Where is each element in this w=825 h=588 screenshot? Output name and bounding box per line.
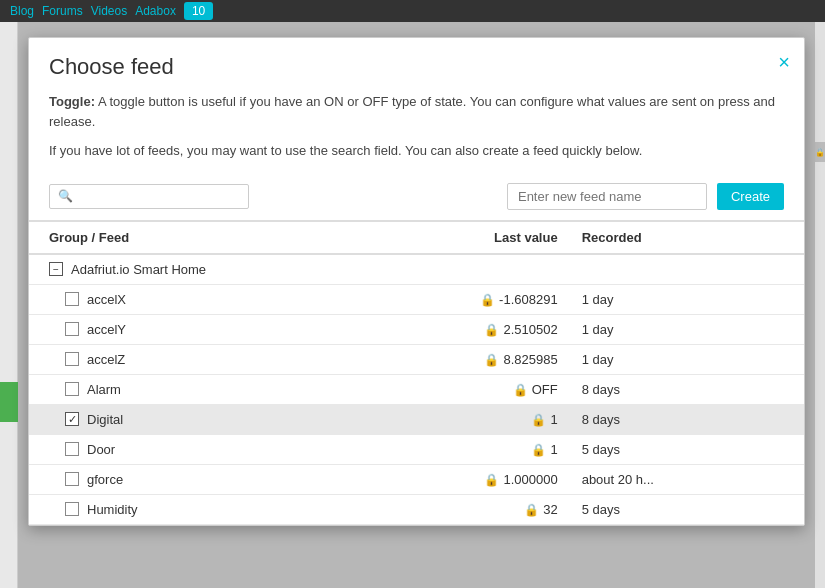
search-icon: 🔍 — [58, 189, 73, 203]
search-input[interactable] — [77, 189, 245, 204]
feed-table-header: Group / Feed Last value Recorded — [29, 221, 804, 254]
feed-name: accelZ — [87, 352, 125, 367]
lock-icon: 🔒 — [531, 413, 546, 427]
feed-last-value: 🔒1 — [322, 404, 569, 434]
feed-name: Alarm — [87, 382, 121, 397]
feed-checkbox[interactable] — [65, 412, 79, 426]
col-header-recorded: Recorded — [570, 221, 804, 254]
right-sidebar: 🔒 — [815, 22, 825, 588]
feed-checkbox[interactable] — [65, 382, 79, 396]
search-create-row: 🔍 Create — [29, 183, 804, 220]
feed-checkbox[interactable] — [65, 472, 79, 486]
group-expand-icon[interactable]: − — [49, 262, 63, 276]
nav-forums[interactable]: Forums — [42, 4, 83, 18]
nav-videos[interactable]: Videos — [91, 4, 127, 18]
table-row[interactable]: accelZ 🔒8.825985 1 day — [29, 344, 804, 374]
lock-icon: 🔒 — [484, 323, 499, 337]
feed-last-value: 🔒1 — [322, 434, 569, 464]
search-box[interactable]: 🔍 — [49, 184, 249, 209]
feed-last-value: 🔒8.825985 — [322, 344, 569, 374]
nav-bar: Blog Forums Videos Adabox 10 — [0, 0, 825, 22]
modal-description2: If you have lot of feeds, you may want t… — [49, 141, 784, 161]
lock-icon: 🔒 — [531, 443, 546, 457]
create-feed-button[interactable]: Create — [717, 183, 784, 210]
feed-checkbox[interactable] — [65, 322, 79, 336]
group-row: − Adafriut.io Smart Home — [29, 254, 804, 285]
table-row[interactable]: Digital 🔒1 8 days — [29, 404, 804, 434]
feed-recorded: 5 days — [570, 494, 804, 524]
modal-title: Choose feed — [49, 54, 784, 80]
feed-last-value: 🔒2.510502 — [322, 314, 569, 344]
modal-description-text: A toggle button is useful if you have an… — [49, 94, 775, 129]
lock-icon: 🔒 — [484, 353, 499, 367]
feed-name: Door — [87, 442, 115, 457]
modal-description-bold: Toggle: — [49, 94, 95, 109]
feed-last-value: 🔒1.000000 — [322, 464, 569, 494]
feed-name: Digital — [87, 412, 123, 427]
lock-icon: 🔒 — [480, 293, 495, 307]
modal-description: Toggle: A toggle button is useful if you… — [49, 92, 784, 131]
col-header-last-value: Last value — [322, 221, 569, 254]
feed-name: Humidity — [87, 502, 138, 517]
modal-overlay: Choose feed × Toggle: A toggle button is… — [18, 22, 815, 588]
col-header-group-feed: Group / Feed — [29, 221, 322, 254]
nav-active-tab[interactable]: 10 — [184, 2, 213, 20]
feed-recorded: 1 day — [570, 344, 804, 374]
table-row[interactable]: gforce 🔒1.000000 about 20 h... — [29, 464, 804, 494]
lock-icon: 🔒 — [513, 383, 528, 397]
lock-icon: 🔒 — [524, 503, 539, 517]
feed-recorded: 1 day — [570, 314, 804, 344]
table-row[interactable]: accelY 🔒2.510502 1 day — [29, 314, 804, 344]
feed-recorded: 1 day — [570, 284, 804, 314]
feed-name: accelY — [87, 322, 126, 337]
feed-name: gforce — [87, 472, 123, 487]
table-row[interactable]: Alarm 🔒OFF 8 days — [29, 374, 804, 404]
feed-checkbox[interactable] — [65, 352, 79, 366]
feed-name: accelX — [87, 292, 126, 307]
new-feed-name-input[interactable] — [507, 183, 707, 210]
right-sidebar-lock: 🔒 — [815, 142, 825, 162]
nav-adabox[interactable]: Adabox — [135, 4, 176, 18]
group-name: Adafriut.io Smart Home — [71, 262, 206, 277]
feed-recorded: about 20 h... — [570, 464, 804, 494]
feed-last-value: 🔒32 — [322, 494, 569, 524]
choose-feed-modal: Choose feed × Toggle: A toggle button is… — [28, 37, 805, 526]
feed-table-body: − Adafriut.io Smart Home accelX 🔒-1.6082… — [29, 254, 804, 525]
feed-recorded: 8 days — [570, 404, 804, 434]
feed-recorded: 5 days — [570, 434, 804, 464]
lock-icon: 🔒 — [484, 473, 499, 487]
table-row[interactable]: Door 🔒1 5 days — [29, 434, 804, 464]
feed-last-value: 🔒-1.608291 — [322, 284, 569, 314]
left-sidebar — [0, 22, 18, 588]
feed-table-container: Group / Feed Last value Recorded − Adafr… — [29, 220, 804, 525]
left-sidebar-accent — [0, 382, 18, 422]
modal-header: Choose feed × Toggle: A toggle button is… — [29, 38, 804, 183]
feed-checkbox[interactable] — [65, 292, 79, 306]
feed-checkbox[interactable] — [65, 502, 79, 516]
feed-checkbox[interactable] — [65, 442, 79, 456]
feed-last-value: 🔒OFF — [322, 374, 569, 404]
table-row[interactable]: accelX 🔒-1.608291 1 day — [29, 284, 804, 314]
nav-blog[interactable]: Blog — [10, 4, 34, 18]
table-row[interactable]: Humidity 🔒32 5 days — [29, 494, 804, 524]
modal-close-button[interactable]: × — [778, 52, 790, 72]
feed-table: Group / Feed Last value Recorded − Adafr… — [29, 220, 804, 525]
feed-recorded: 8 days — [570, 374, 804, 404]
